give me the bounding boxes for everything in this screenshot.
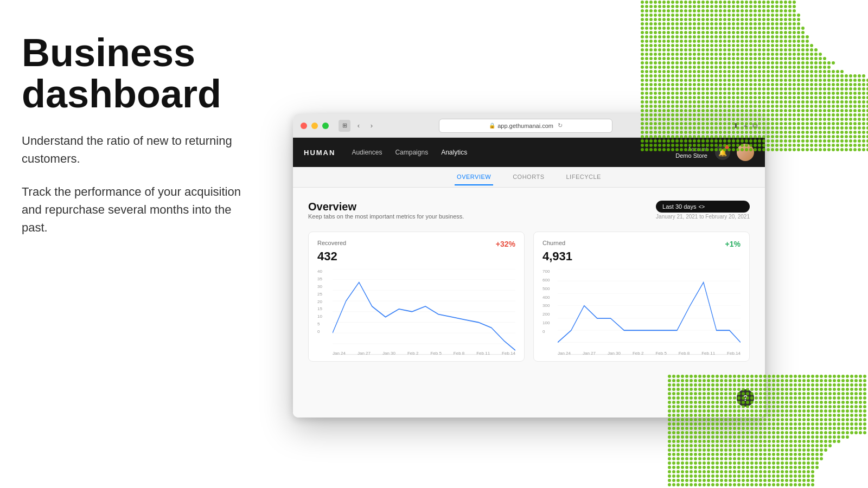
svg-point-865 [680,87,683,91]
svg-point-898 [823,87,826,91]
svg-point-1314 [719,122,722,125]
svg-point-644 [827,66,831,69]
nav-analytics[interactable]: Analytics [441,149,467,156]
svg-point-1503 [823,135,826,138]
svg-point-1841 [763,388,767,391]
svg-point-459 [767,48,770,52]
svg-point-85 [780,5,783,8]
svg-point-1357 [667,126,670,130]
date-range-label: Last 30 days [662,203,696,210]
svg-point-946 [793,92,796,95]
svg-point-1774 [672,383,675,387]
svg-point-1134 [654,109,657,112]
svg-point-249 [697,27,700,30]
svg-point-1189 [654,113,657,117]
svg-point-2474 [794,448,797,452]
svg-point-1727 [668,379,671,382]
svg-point-1894 [794,392,797,395]
svg-point-1354 [654,126,657,130]
svg-point-1560 [832,139,835,143]
svg-point-1472 [688,135,692,138]
svg-point-343 [775,35,778,38]
svg-point-2114 [750,414,754,417]
svg-point-2159 [746,418,749,421]
svg-point-457 [758,48,761,52]
date-range-button[interactable]: Last 30 days <> [656,201,750,213]
svg-point-1151 [727,109,731,112]
svg-point-2063 [729,409,732,413]
svg-point-1818 [863,383,866,387]
svg-point-762 [710,79,713,82]
tl-yellow[interactable] [311,123,318,129]
svg-point-581 [749,61,752,65]
svg-point-341 [767,35,770,38]
svg-point-2203 [737,422,741,426]
tl-red[interactable] [301,123,307,129]
svg-point-2643 [750,470,754,473]
svg-point-2651 [785,470,788,473]
svg-point-2470 [776,448,780,452]
svg-point-181 [723,18,726,21]
svg-point-2514 [807,453,810,456]
svg-point-872 [710,87,713,91]
svg-point-2098 [681,414,684,417]
tl-green-light[interactable] [322,123,329,129]
tab-cohorts[interactable]: COHORTS [510,169,546,185]
svg-point-322 [684,35,687,38]
svg-point-1163 [780,109,783,112]
svg-point-930 [723,92,726,95]
svg-point-2559 [690,461,693,465]
svg-point-57 [658,5,661,8]
svg-point-1431 [749,131,752,134]
svg-point-1631 [662,148,666,151]
svg-point-1843 [772,388,775,391]
nav-audiences[interactable]: Audiences [352,149,382,156]
svg-point-290 [710,31,713,34]
svg-point-848 [845,83,848,86]
svg-point-155 [771,14,774,17]
svg-point-2027 [772,405,775,408]
svg-point-302 [762,31,765,34]
svg-point-2162 [759,418,762,421]
svg-point-1869 [685,392,688,395]
svg-point-526 [697,57,700,60]
svg-point-2229 [850,422,853,426]
svg-point-1622 [862,144,865,147]
svg-point-1650 [745,148,748,151]
svg-point-32 [706,1,709,4]
svg-point-1815 [850,383,853,387]
back-button[interactable]: ‹ [354,121,363,131]
svg-point-2573 [750,461,754,465]
svg-point-309 [793,31,796,34]
svg-point-2235 [676,427,680,430]
svg-point-121 [780,9,783,12]
svg-point-229 [771,22,774,25]
svg-point-1103 [758,105,761,108]
svg-point-1922 [716,396,719,400]
svg-point-822 [732,83,735,86]
svg-point-956 [836,92,839,95]
svg-point-1821 [676,388,680,391]
svg-point-871 [706,87,709,91]
svg-point-1173 [823,109,826,112]
svg-point-1954 [854,396,858,400]
tab-overview[interactable]: OVERVIEW [455,169,493,185]
svg-point-719 [758,74,761,78]
svg-point-2739 [724,483,727,486]
svg-point-2294 [733,431,736,434]
svg-point-412 [736,44,739,47]
svg-point-609 [675,66,679,69]
svg-point-659 [701,70,705,73]
svg-point-401 [688,44,692,47]
browser-grid-btn[interactable]: ⊞ [339,120,350,132]
svg-point-2731 [690,483,693,486]
svg-point-2247 [729,427,732,430]
svg-point-779 [784,79,787,82]
svg-point-1535 [723,139,726,143]
tab-lifecycle[interactable]: LIFECYCLE [564,169,603,185]
svg-point-1132 [645,109,648,112]
svg-point-896 [814,87,818,91]
address-bar[interactable]: 🔒 app.gethumanai.com ↻ [439,119,612,133]
forward-button[interactable]: › [367,121,376,131]
nav-campaigns[interactable]: Campaigns [395,149,428,156]
